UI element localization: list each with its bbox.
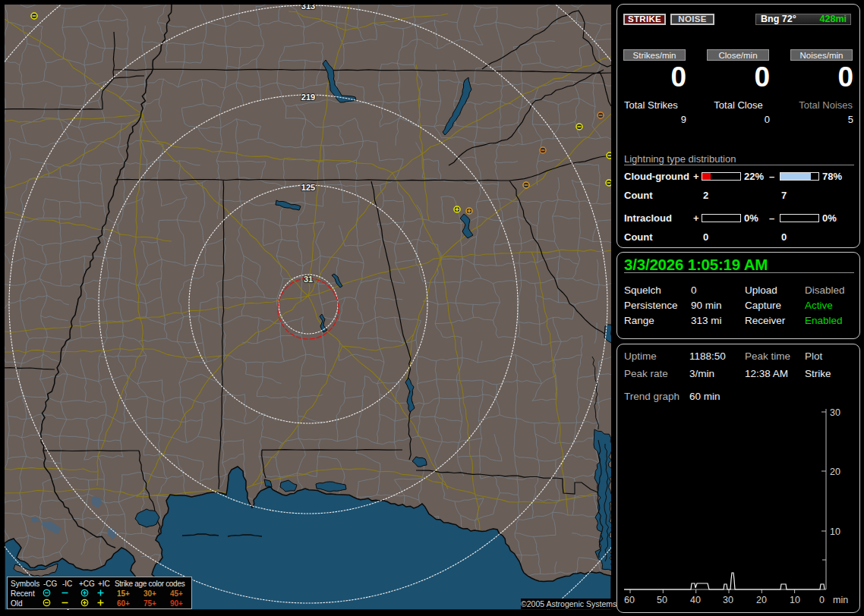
svg-text:20: 20	[756, 595, 767, 605]
svg-text:10: 10	[830, 526, 840, 537]
svg-text:30: 30	[723, 595, 733, 605]
svg-text:30: 30	[830, 407, 840, 418]
svg-text:min: min	[833, 595, 848, 605]
svg-text:125: 125	[301, 183, 315, 192]
svg-text:219: 219	[301, 93, 315, 102]
svg-text:0: 0	[819, 595, 825, 605]
svg-text:60: 60	[624, 595, 635, 605]
svg-text:10: 10	[790, 595, 800, 605]
svg-text:50: 50	[657, 595, 667, 605]
svg-text:20: 20	[830, 467, 840, 477]
svg-text:31: 31	[304, 275, 313, 284]
svg-text:40: 40	[690, 595, 701, 605]
